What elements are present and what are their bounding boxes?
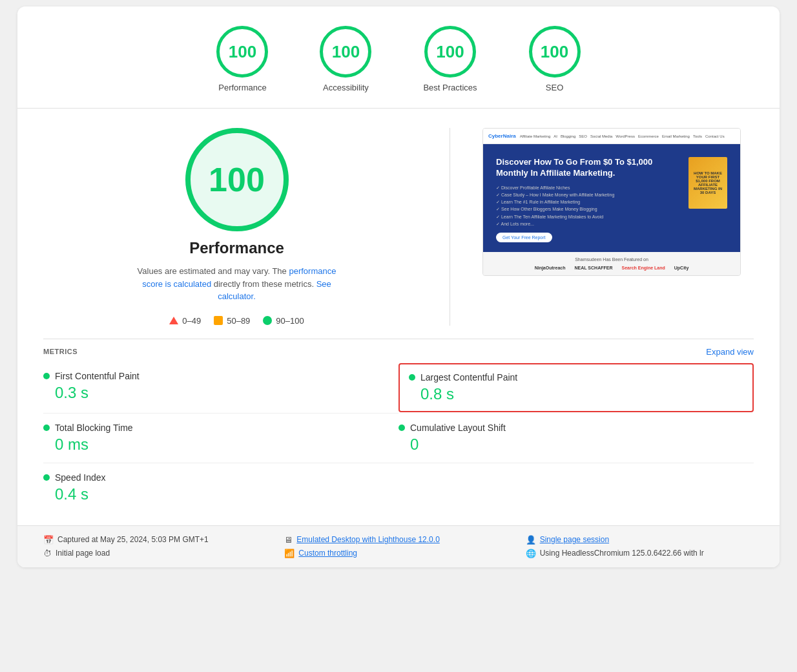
red-triangle-icon — [169, 317, 178, 324]
metric-value-cls: 0 — [410, 436, 743, 454]
screenshot-nav: CyberNaira Affiliate Marketing AI Bloggi… — [483, 129, 740, 144]
wifi-icon: 📶 — [284, 549, 295, 558]
score-performance: 100 Performance — [216, 26, 268, 92]
main-card: 100 Performance 100 Accessibility 100 Be… — [17, 6, 780, 567]
metric-cls: Cumulative Layout Shift 0 — [398, 414, 754, 463]
left-panel: 100 Performance Values are estimated and… — [56, 128, 417, 326]
metric-tbt: Total Blocking Time 0 ms — [43, 414, 398, 463]
score-legend: 0–49 50–89 90–100 — [169, 316, 304, 326]
metrics-header: METRICS Expand view — [43, 339, 754, 362]
footer-throttling-link[interactable]: Custom throttling — [298, 549, 357, 558]
metric-dot-fcp — [43, 373, 50, 379]
legend-red-label: 0–49 — [182, 316, 201, 326]
metric-value-fcp: 0.3 s — [55, 384, 388, 402]
featured-title: Shamsudeen Has Been Featured on — [491, 257, 732, 262]
metric-name-cls: Cumulative Layout Shift — [410, 423, 506, 433]
footer-session: 👤 Single page session — [526, 535, 754, 545]
legend-red: 0–49 — [169, 316, 201, 326]
score-circle-performance: 100 — [216, 26, 268, 78]
globe-icon: 🌐 — [526, 549, 536, 558]
screenshot-container: CyberNaira Affiliate Marketing AI Bloggi… — [482, 128, 741, 276]
score-label-seo: SEO — [546, 83, 563, 92]
score-circle-best-practices: 100 — [424, 26, 476, 78]
hero-bullets: ✓ Discover Profitable Affiliate Niches ✓… — [496, 184, 682, 227]
vertical-divider — [450, 128, 450, 326]
legend-orange: 50–89 — [214, 316, 250, 326]
metrics-section: METRICS Expand view First Contentful Pai… — [17, 339, 780, 525]
score-best-practices: 100 Best Practices — [423, 26, 477, 92]
hero-book: HOW TO MAKE YOUR FIRST $1,000 FROM AFFIL… — [688, 157, 727, 209]
metric-value-lcp: 0.8 s — [420, 385, 743, 403]
nav-logo: CyberNaira — [488, 133, 516, 139]
screenshot-hero: Discover How To Go From $0 To $1,000 Mon… — [483, 144, 740, 252]
legend-green-label: 90–100 — [276, 316, 304, 326]
metric-name-fcp: First Contentful Paint — [55, 371, 140, 381]
hero-title: Discover How To Go From $0 To $1,000 Mon… — [496, 157, 682, 179]
featured-logos: NinjaOutreach NEAL SCHAFFER Search Engin… — [491, 266, 732, 270]
right-panel: CyberNaira Affiliate Marketing AI Bloggi… — [482, 128, 741, 276]
score-circle-accessibility: 100 — [320, 26, 371, 78]
hero-cta-button[interactable]: Get Your Free Report — [496, 233, 552, 242]
metric-dot-si — [43, 474, 50, 481]
big-score-circle: 100 — [185, 128, 289, 231]
calculator-link[interactable]: See calculator. — [218, 279, 331, 302]
main-section: 100 Performance Values are estimated and… — [17, 109, 780, 339]
screenshot-featured: Shamsudeen Has Been Featured on NinjaOut… — [483, 252, 740, 275]
expand-view-link[interactable]: Expand view — [706, 347, 754, 357]
footer-throttling: 📶 Custom throttling — [284, 549, 512, 558]
score-label-accessibility: Accessibility — [323, 83, 369, 92]
performance-description: Values are estimated and may vary. The p… — [127, 265, 347, 303]
score-seo: 100 SEO — [529, 26, 581, 92]
footer-session-link[interactable]: Single page session — [540, 535, 609, 544]
metric-si-header: Speed Index — [43, 472, 388, 483]
metric-cls-header: Cumulative Layout Shift — [398, 423, 743, 433]
score-label-performance: Performance — [218, 83, 266, 92]
metric-name-lcp: Largest Contentful Paint — [420, 372, 517, 383]
score-circle-seo: 100 — [529, 26, 581, 78]
perf-score-link[interactable]: performance score is calculated — [142, 266, 336, 289]
metrics-grid: First Contentful Paint 0.3 s Largest Con… — [43, 362, 754, 512]
footer-captured-text: Captured at May 25, 2024, 5:03 PM GMT+1 — [57, 535, 209, 544]
scores-section: 100 Performance 100 Accessibility 100 Be… — [17, 6, 780, 109]
footer-browser: 🌐 Using HeadlessChromium 125.0.6422.66 w… — [526, 549, 754, 558]
desktop-icon: 🖥 — [284, 535, 293, 545]
orange-square-icon — [214, 316, 223, 325]
featured-logo-upcity: UpCity — [674, 266, 689, 270]
metric-dot-lcp — [409, 374, 415, 381]
footer-section: 📅 Captured at May 25, 2024, 5:03 PM GMT+… — [17, 525, 780, 567]
metric-dot-cls — [398, 425, 405, 431]
big-score-value: 100 — [209, 160, 265, 199]
footer-page-load-text: Initial page load — [56, 549, 110, 558]
metric-si: Speed Index 0.4 s — [43, 463, 398, 512]
legend-green: 90–100 — [263, 316, 304, 326]
metric-name-si: Speed Index — [55, 472, 106, 483]
footer-page-load: ⏱ Initial page load — [43, 549, 271, 558]
score-accessibility: 100 Accessibility — [320, 26, 371, 92]
metric-fcp-header: First Contentful Paint — [43, 371, 388, 381]
metric-lcp: Largest Contentful Paint 0.8 s — [398, 363, 754, 412]
footer-browser-text: Using HeadlessChromium 125.0.6422.66 wit… — [540, 549, 704, 558]
featured-logo-ninjaoutreach: NinjaOutreach — [535, 266, 566, 270]
calendar-icon: 📅 — [43, 535, 54, 545]
featured-logo-sel: Search Engine Land — [621, 266, 665, 270]
performance-title: Performance — [189, 239, 284, 257]
metric-fcp: First Contentful Paint 0.3 s — [43, 362, 398, 414]
featured-logo-neal: NEAL SCHAFFER — [575, 266, 613, 270]
footer-emulated: 🖥 Emulated Desktop with Lighthouse 12.0.… — [284, 535, 512, 545]
green-circle-icon — [263, 316, 272, 325]
nav-links: Affiliate Marketing AI Blogging SEO Soci… — [520, 134, 725, 138]
metric-value-si: 0.4 s — [55, 485, 388, 503]
score-label-best-practices: Best Practices — [423, 83, 477, 92]
metric-tbt-header: Total Blocking Time — [43, 423, 388, 433]
metric-lcp-header: Largest Contentful Paint — [409, 372, 743, 383]
person-icon: 👤 — [526, 535, 536, 545]
metric-name-tbt: Total Blocking Time — [55, 423, 133, 433]
metric-value-tbt: 0 ms — [55, 436, 388, 454]
footer-captured-at: 📅 Captured at May 25, 2024, 5:03 PM GMT+… — [43, 535, 271, 545]
hero-text: Discover How To Go From $0 To $1,000 Mon… — [496, 157, 682, 242]
footer-emulated-link[interactable]: Emulated Desktop with Lighthouse 12.0.0 — [296, 535, 439, 544]
legend-orange-label: 50–89 — [227, 316, 250, 326]
metrics-title: METRICS — [43, 348, 78, 355]
metric-dot-tbt — [43, 425, 50, 431]
timer-icon: ⏱ — [43, 549, 52, 558]
